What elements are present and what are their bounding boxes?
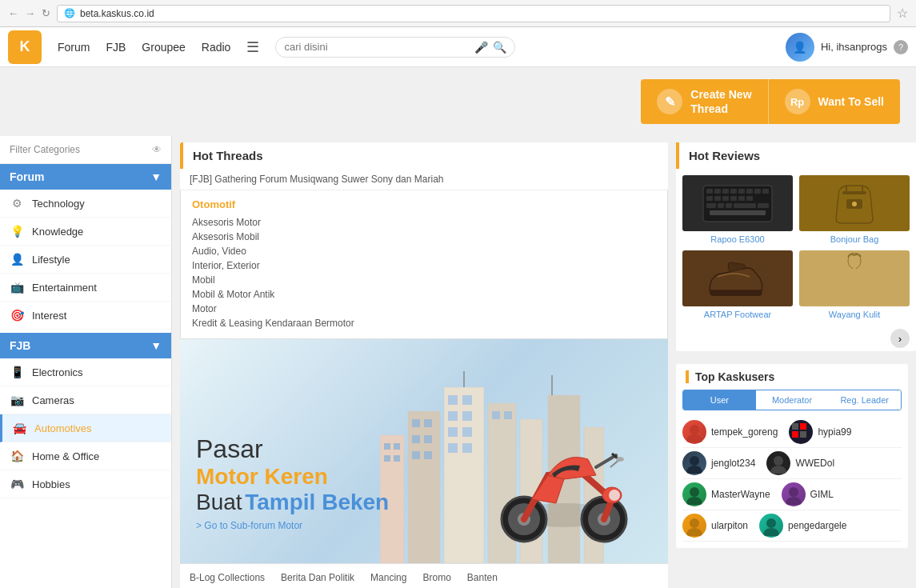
review-item-bag[interactable]: Bonjour Bag bbox=[799, 175, 910, 244]
reviews-next-button[interactable]: › bbox=[890, 329, 910, 348]
sidebar-item-home-office[interactable]: 🏠 Home & Office bbox=[0, 442, 171, 470]
top-kaskusers: Top Kaskusers User Moderator Reg. Leader bbox=[676, 364, 908, 548]
forum-section[interactable]: Forum ▼ bbox=[0, 164, 171, 190]
nav-fjb[interactable]: FJB bbox=[106, 41, 126, 54]
url-bar[interactable]: 🌐 beta.kaskus.co.id bbox=[57, 5, 890, 22]
review-item-rapoo[interactable]: Rapoo E6300 bbox=[682, 175, 793, 244]
sidebar-item-knowledge[interactable]: 💡 Knowledge bbox=[0, 218, 171, 246]
thread-title[interactable]: [FJB] Gathering Forum Musiqwang Suwer So… bbox=[180, 169, 668, 190]
browser-bar: ← → ↻ 🌐 beta.kaskus.co.id ☆ bbox=[0, 0, 916, 27]
svg-rect-11 bbox=[424, 451, 432, 459]
sub-tab-mancing[interactable]: Mancing bbox=[370, 569, 406, 586]
logo[interactable]: K bbox=[8, 30, 42, 64]
forward-icon[interactable]: → bbox=[25, 7, 35, 19]
svg-rect-6 bbox=[412, 419, 420, 427]
review-img-rapoo bbox=[682, 175, 793, 231]
want-to-sell-label: Want To Sell bbox=[818, 95, 884, 108]
help-icon[interactable]: ? bbox=[894, 40, 908, 54]
avatar[interactable]: 👤 bbox=[786, 33, 814, 62]
sidebar-item-cameras[interactable]: 📷 Cameras bbox=[0, 386, 171, 414]
hot-reviews-title: Hot Reviews bbox=[689, 149, 760, 162]
svg-rect-55 bbox=[738, 196, 745, 201]
want-to-sell-button[interactable]: Rp Want To Sell bbox=[768, 79, 900, 124]
svg-rect-74 bbox=[792, 423, 798, 430]
svg-rect-54 bbox=[730, 196, 737, 201]
search-input[interactable] bbox=[284, 41, 470, 53]
sub-tab-berita[interactable]: Berita Dan Politik bbox=[281, 569, 354, 586]
svg-rect-62 bbox=[710, 210, 766, 215]
sidebar-item-automotives[interactable]: 🚘 Automotives bbox=[0, 414, 171, 442]
top-nav: K Forum FJB Groupee Radio ☰ 🎤 🔍 👤 Hi, ih… bbox=[0, 27, 916, 67]
svg-rect-49 bbox=[754, 189, 761, 194]
sub-tab-banten[interactable]: Banten bbox=[467, 569, 498, 586]
tab-user[interactable]: User bbox=[683, 390, 756, 410]
nav-groupee[interactable]: Groupee bbox=[142, 41, 185, 54]
svg-rect-19 bbox=[448, 443, 458, 453]
table-row: MasterWayne GIML bbox=[682, 479, 902, 510]
bookmark-icon[interactable]: ☆ bbox=[897, 6, 908, 21]
svg-rect-57 bbox=[706, 203, 716, 208]
fjb-section[interactable]: FJB ▼ bbox=[0, 333, 171, 358]
review-img-wayang bbox=[799, 250, 910, 306]
search-bar[interactable]: 🎤 🔍 bbox=[275, 37, 515, 58]
sub-tab-bromo[interactable]: Bromo bbox=[422, 569, 450, 586]
list-item[interactable]: Aksesoris Mobil bbox=[192, 230, 656, 244]
tab-moderator[interactable]: Moderator bbox=[756, 390, 829, 410]
svg-point-73 bbox=[690, 425, 699, 434]
svg-rect-18 bbox=[462, 427, 472, 437]
sidebar-item-interest[interactable]: 🎯 Interest bbox=[0, 302, 171, 330]
sidebar-item-electronics[interactable]: 📱 Electronics bbox=[0, 358, 171, 386]
list-item[interactable]: Motor bbox=[192, 302, 656, 316]
username-hypia[interactable]: hypia99 bbox=[818, 426, 851, 438]
review-item-wayang[interactable]: Wayang Kulit bbox=[799, 250, 910, 319]
reload-icon[interactable]: ↻ bbox=[42, 7, 50, 19]
sidebar-item-lifestyle[interactable]: 👤 Lifestyle bbox=[0, 246, 171, 274]
review-img-bag bbox=[799, 175, 910, 231]
list-item[interactable]: Audio, Video bbox=[192, 244, 656, 258]
username-ularpiton[interactable]: ularpiton bbox=[711, 520, 748, 531]
dropdown-area: Otomotif Aksesoris Motor Aksesoris Mobil… bbox=[180, 190, 668, 339]
list-item[interactable]: Mobil & Motor Antik bbox=[192, 287, 656, 302]
list-item[interactable]: Mobil bbox=[192, 273, 656, 287]
username-masterwayne[interactable]: MasterWayne bbox=[711, 489, 770, 500]
nav-forum[interactable]: Forum bbox=[58, 41, 90, 54]
top-kaskusers-title: Top Kaskusers bbox=[686, 370, 898, 383]
tab-reg-leader[interactable]: Reg. Leader bbox=[828, 390, 901, 410]
svg-point-78 bbox=[690, 456, 699, 466]
entertainment-icon: 📺 bbox=[10, 280, 24, 294]
svg-rect-5 bbox=[408, 411, 440, 563]
reviews-grid: Rapoo E6300 bbox=[676, 169, 916, 326]
search-icon[interactable]: 🔍 bbox=[493, 41, 506, 54]
svg-line-68 bbox=[841, 270, 854, 275]
sidebar-item-hobbies[interactable]: 🎮 Hobbies bbox=[0, 470, 171, 498]
list-item[interactable]: Aksesoris Motor bbox=[192, 215, 656, 230]
svg-rect-61 bbox=[758, 203, 769, 208]
table-row: tempek_goreng hypia99 bbox=[682, 417, 902, 448]
user-greeting: Hi, ihsanprogs bbox=[821, 41, 887, 53]
svg-rect-14 bbox=[462, 395, 472, 405]
sidebar-item-entertainment[interactable]: 📺 Entertainment bbox=[0, 274, 171, 302]
sub-tab-blog[interactable]: B-Log Collections bbox=[190, 569, 265, 586]
hamburger-icon[interactable]: ☰ bbox=[246, 38, 259, 56]
username-wwedol[interactable]: WWEDol bbox=[795, 458, 834, 469]
create-thread-button[interactable]: ✎ Create New Thread bbox=[641, 79, 767, 124]
sidebar-item-technology[interactable]: ⚙ Technology bbox=[0, 190, 171, 218]
mic-icon[interactable]: 🎤 bbox=[474, 41, 488, 54]
pen-icon: ✎ bbox=[657, 89, 682, 114]
hot-threads-section: Hot Threads [FJB] Gathering Forum Musiqw… bbox=[180, 142, 668, 588]
username-tempek[interactable]: tempek_goreng bbox=[711, 426, 778, 438]
username-pengedargele[interactable]: pengedargele bbox=[788, 520, 846, 531]
svg-rect-13 bbox=[448, 395, 458, 405]
username-giml[interactable]: GIML bbox=[810, 489, 834, 500]
banner-link[interactable]: > Go to Sub-forum Motor bbox=[196, 520, 389, 531]
username-jenglot[interactable]: jenglot234 bbox=[711, 458, 755, 469]
review-label-wayang: Wayang Kulit bbox=[799, 310, 910, 319]
nav-radio[interactable]: Radio bbox=[202, 41, 231, 54]
avatar-hypia bbox=[789, 420, 813, 444]
back-icon[interactable]: ← bbox=[8, 7, 18, 19]
review-item-shoes[interactable]: ARTAP Footwear bbox=[682, 250, 793, 319]
rp-icon: Rp bbox=[785, 89, 810, 114]
list-item[interactable]: Interior, Exterior bbox=[192, 258, 656, 273]
list-item[interactable]: Kredit & Leasing Kendaraan Bermotor bbox=[192, 316, 656, 330]
users-list: tempek_goreng hypia99 jenglot234 bbox=[676, 417, 908, 548]
